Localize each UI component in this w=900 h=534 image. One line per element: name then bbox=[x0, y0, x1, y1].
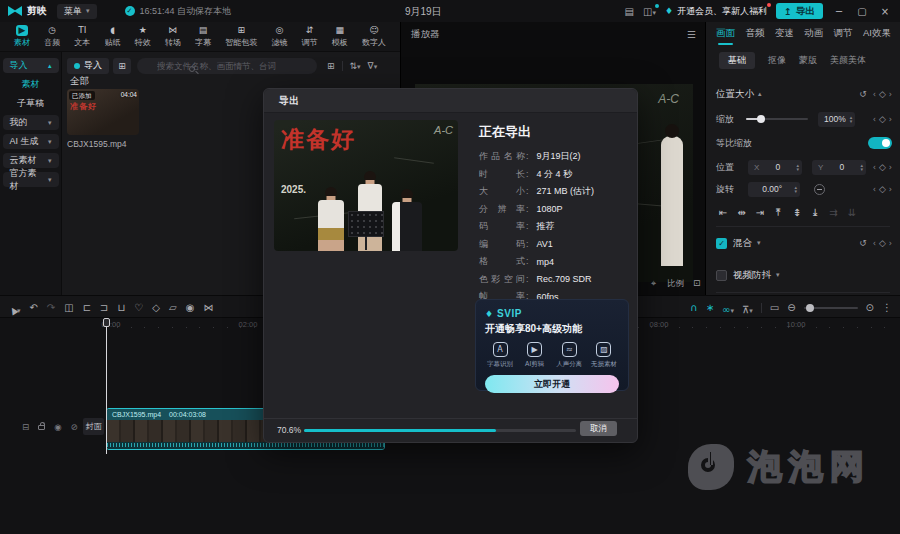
playhead[interactable] bbox=[103, 318, 110, 454]
position-x-field[interactable]: X 0 ▴▾ bbox=[748, 160, 802, 175]
keyframe-icon[interactable]: ◇ bbox=[879, 238, 886, 248]
tab-speed[interactable]: 变速 bbox=[775, 27, 794, 40]
playhead-handle[interactable] bbox=[103, 318, 110, 327]
more-options-icon[interactable]: ⋮ bbox=[882, 302, 892, 313]
tab-audio[interactable]: 音频 bbox=[745, 27, 764, 40]
keyframe-next-icon[interactable]: › bbox=[889, 90, 892, 99]
menu-button[interactable]: 菜单 ▾ bbox=[57, 4, 97, 19]
keyframe-prev-icon[interactable]: ‹ bbox=[873, 163, 876, 172]
preview-quality-icon[interactable]: ▭ bbox=[770, 302, 779, 313]
mute-track-icon[interactable]: ⊘ bbox=[71, 422, 78, 432]
toolbar-item-effects[interactable]: ★特效 bbox=[135, 25, 151, 48]
cancel-button[interactable]: 取消 bbox=[580, 421, 617, 436]
stepper-down-icon[interactable]: ▾ bbox=[796, 167, 799, 171]
sidebar-item-import[interactable]: 导入▴ bbox=[3, 58, 59, 73]
mirror-icon[interactable]: ⋈ bbox=[203, 302, 213, 313]
toolbar-item-templates[interactable]: ▦模板 bbox=[332, 25, 348, 48]
vip-banner[interactable]: ♦ 开通会员、享新人福利 bbox=[665, 5, 767, 18]
keyframe-prev-icon[interactable]: ‹ bbox=[873, 239, 876, 248]
toolbar-item-transition[interactable]: ⋈转场 bbox=[165, 25, 181, 48]
crop-icon[interactable]: ▱ bbox=[169, 302, 177, 313]
subtab-mask[interactable]: 蒙版 bbox=[799, 54, 817, 67]
align-center-h-icon[interactable]: ⇹ bbox=[737, 207, 745, 218]
subtab-cutout[interactable]: 抠像 bbox=[768, 54, 786, 67]
sidebar-item-material[interactable]: 素材 bbox=[3, 77, 59, 92]
align-bottom-icon[interactable]: ⇥ bbox=[810, 208, 821, 216]
thumbnail-view-icon[interactable]: ⊞ bbox=[327, 61, 335, 71]
filter-all-label[interactable]: 全部 bbox=[70, 75, 89, 88]
tab-picture[interactable]: 画面 bbox=[716, 27, 735, 40]
ratio-button[interactable]: 比例 bbox=[667, 278, 684, 290]
subtab-beauty[interactable]: 美颜美体 bbox=[830, 54, 866, 67]
split-icon[interactable]: ◫ bbox=[64, 302, 73, 313]
tab-adjust[interactable]: 调节 bbox=[834, 27, 853, 40]
keyframe-icon[interactable]: ◇ bbox=[879, 89, 886, 99]
sidebar-item-ai-generate[interactable]: AI 生成▾ bbox=[3, 134, 59, 149]
auto-adsorb-icon[interactable]: ∗ bbox=[706, 302, 714, 313]
uniform-scale-toggle[interactable] bbox=[868, 137, 892, 149]
toolbar-item-digital-human[interactable]: ☺数字人 bbox=[362, 25, 386, 48]
focus-icon[interactable]: ⌖ bbox=[651, 278, 656, 289]
toolbar-item-filters[interactable]: ◎滤镜 bbox=[271, 25, 287, 48]
toolbar-item-text[interactable]: TI文本 bbox=[74, 25, 90, 48]
maximize-button[interactable]: ▢ bbox=[855, 6, 869, 17]
mask-icon[interactable]: ♡ bbox=[134, 302, 143, 313]
sidebar-item-subdraft[interactable]: 子草稿 bbox=[3, 96, 59, 111]
align-middle-v-icon[interactable]: ⇹ bbox=[791, 208, 802, 216]
position-y-field[interactable]: Y 0 ▴▾ bbox=[812, 160, 866, 175]
sidebar-item-official[interactable]: 官方素材▾ bbox=[3, 172, 59, 187]
subtab-basic[interactable]: 基础 bbox=[719, 52, 755, 69]
zoom-fit-icon[interactable]: ⊙ bbox=[866, 302, 874, 313]
keyframe-next-icon[interactable]: › bbox=[889, 239, 892, 248]
select-tool-button[interactable]: ▲▾ bbox=[10, 299, 20, 317]
main-track-magnet-button[interactable]: ⊼▾ bbox=[742, 299, 753, 317]
tab-ai-effects[interactable]: AI效果 bbox=[863, 27, 891, 40]
keyframe-icon[interactable]: ◇ bbox=[879, 114, 886, 124]
keyframe-prev-icon[interactable]: ‹ bbox=[873, 115, 876, 124]
magnet-icon[interactable]: ∩ bbox=[690, 302, 697, 313]
keyframe-next-icon[interactable]: › bbox=[889, 185, 892, 194]
filter-button[interactable]: ∇▾ bbox=[368, 61, 378, 71]
keyframe-icon[interactable]: ◇ bbox=[879, 184, 886, 194]
adjust-layout-icon[interactable]: ▤ bbox=[625, 6, 634, 17]
reset-icon[interactable]: ↺ bbox=[859, 89, 867, 99]
toolbar-item-adjust[interactable]: ⇵调节 bbox=[302, 25, 318, 48]
cover-button[interactable]: 封面 bbox=[83, 418, 104, 435]
subscribe-now-button[interactable]: 立即开通 bbox=[485, 375, 619, 393]
toolbar-item-captions[interactable]: ▤字幕 bbox=[195, 25, 211, 48]
keyframe-next-icon[interactable]: › bbox=[889, 115, 892, 124]
zoom-out-icon[interactable]: ⊖ bbox=[787, 302, 795, 313]
linkage-button[interactable]: ∞▾ bbox=[722, 299, 734, 317]
delete-icon[interactable]: ⊔ bbox=[117, 302, 125, 313]
toolbar-item-sticker[interactable]: ◖贴纸 bbox=[105, 25, 121, 48]
slider-knob[interactable] bbox=[757, 115, 765, 123]
trim-right-icon[interactable]: ⊐ bbox=[100, 302, 108, 313]
blend-checkbox[interactable]: ✓ bbox=[716, 238, 727, 249]
lock-track-icon[interactable] bbox=[38, 425, 45, 430]
toolbar-item-media[interactable]: ▶素材 bbox=[14, 25, 30, 48]
align-right-icon[interactable]: ⇥ bbox=[756, 207, 764, 218]
redo-icon[interactable]: ↷ bbox=[47, 302, 55, 313]
panel-layout-icon[interactable]: ◫▾ bbox=[643, 6, 656, 17]
keyframe-next-icon[interactable]: › bbox=[889, 163, 892, 172]
stabilize-checkbox[interactable] bbox=[716, 270, 727, 281]
collapse-track-icon[interactable]: ⊟ bbox=[22, 422, 29, 432]
rotate-value-field[interactable]: 0.00° ▴▾ bbox=[748, 182, 800, 197]
minimize-button[interactable]: ─ bbox=[832, 6, 846, 17]
sidebar-item-mine[interactable]: 我的▾ bbox=[3, 115, 59, 130]
trim-left-icon[interactable]: ⊏ bbox=[83, 302, 91, 313]
scale-slider[interactable] bbox=[746, 118, 808, 120]
grid-view-icon[interactable]: ⊞ bbox=[113, 58, 131, 74]
close-button[interactable]: × bbox=[878, 6, 892, 17]
reset-icon[interactable]: ↺ bbox=[859, 238, 867, 248]
undo-icon[interactable]: ↶ bbox=[29, 302, 37, 313]
track-visibility-icon[interactable]: ◉ bbox=[54, 422, 61, 432]
keyframe-prev-icon[interactable]: ‹ bbox=[873, 90, 876, 99]
keyframe-prev-icon[interactable]: ‹ bbox=[873, 185, 876, 194]
toolbar-item-smart-pack[interactable]: ⊞智能包装 bbox=[225, 25, 257, 48]
freeze-frame-icon[interactable]: ◇ bbox=[152, 302, 160, 313]
speed-icon[interactable]: ◉ bbox=[186, 302, 195, 313]
search-input[interactable] bbox=[137, 58, 317, 74]
section-title[interactable]: 位置大小 bbox=[716, 88, 754, 101]
export-button[interactable]: ↥ 导出 bbox=[776, 3, 823, 19]
